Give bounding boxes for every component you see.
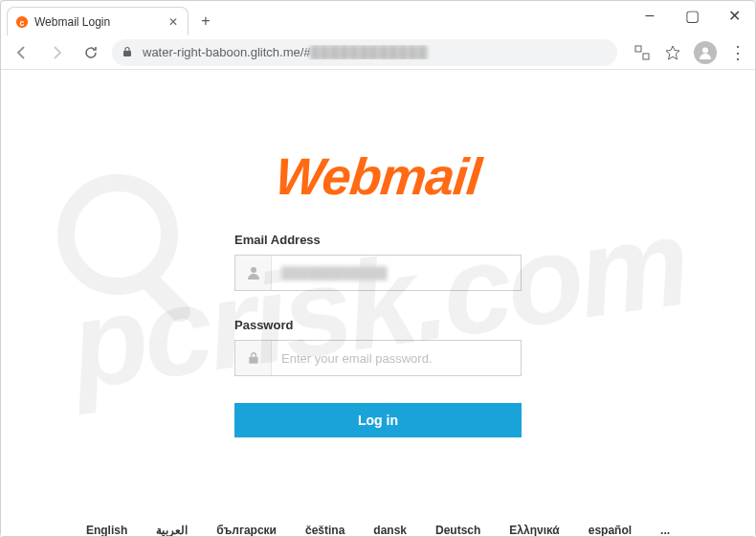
login-form: Webmail Email Address Password	[1, 70, 755, 536]
person-icon	[235, 256, 272, 290]
language-bar: English العربية български čeština dansk …	[1, 524, 755, 536]
lang-option[interactable]: Deutsch	[435, 524, 480, 536]
tabstrip: c Webmail Login ✕ +	[1, 1, 629, 35]
email-input-wrap	[234, 255, 522, 291]
page-content: pcrisk.com Webmail Email Address Passwor…	[1, 70, 755, 536]
email-label: Email Address	[234, 233, 522, 247]
browser-menu-icon[interactable]: ⋮	[728, 43, 747, 62]
svg-point-5	[702, 47, 708, 53]
svg-text:c: c	[20, 17, 25, 27]
lang-option[interactable]: العربية	[156, 524, 188, 536]
webmail-logo: Webmail	[273, 146, 484, 206]
forward-button[interactable]	[43, 39, 70, 66]
lang-option[interactable]: dansk	[373, 524, 407, 536]
maximize-button[interactable]: ▢	[671, 1, 713, 30]
password-label: Password	[234, 318, 522, 332]
svg-rect-3	[635, 46, 641, 52]
password-input-wrap	[234, 340, 522, 376]
toolbar-right: ⋮	[625, 41, 747, 64]
browser-window: c Webmail Login ✕ + – ▢ ✕	[0, 0, 756, 537]
bookmark-star-icon[interactable]	[663, 43, 682, 62]
lang-option[interactable]: Ελληνικά	[509, 524, 559, 536]
url-redacted: ████████████	[311, 45, 429, 59]
svg-rect-4	[643, 54, 649, 59]
tab-close-icon[interactable]: ✕	[167, 15, 180, 29]
new-tab-button[interactable]: +	[194, 10, 217, 33]
tab-title: Webmail Login	[34, 15, 161, 29]
svg-rect-2	[123, 51, 131, 56]
login-button[interactable]: Log in	[234, 403, 522, 437]
window-controls: – ▢ ✕	[629, 1, 755, 30]
url-host: water-right-baboon.glitch.me	[143, 45, 300, 59]
reload-button[interactable]	[78, 39, 104, 66]
lang-option[interactable]: čeština	[305, 524, 345, 536]
lock-icon	[122, 46, 135, 59]
password-input[interactable]	[272, 341, 521, 375]
titlebar: c Webmail Login ✕ + – ▢ ✕	[1, 1, 755, 35]
browser-tab[interactable]: c Webmail Login ✕	[7, 7, 189, 35]
lang-option[interactable]: български	[216, 524, 277, 536]
lock-field-icon	[235, 341, 272, 375]
lang-more[interactable]: ...	[660, 524, 670, 536]
profile-avatar-icon[interactable]	[694, 41, 717, 64]
url-path: /#	[300, 45, 311, 59]
browser-toolbar: water-right-baboon.glitch.me/#██████████…	[1, 35, 755, 70]
svg-rect-9	[249, 357, 257, 364]
close-window-button[interactable]: ✕	[713, 1, 755, 30]
lang-option[interactable]: English	[86, 524, 127, 536]
svg-point-8	[251, 267, 256, 273]
translate-icon[interactable]	[633, 43, 652, 62]
email-input[interactable]	[272, 256, 521, 290]
url-text: water-right-baboon.glitch.me/#██████████…	[143, 45, 608, 59]
minimize-button[interactable]: –	[629, 1, 671, 30]
tab-favicon-icon: c	[15, 15, 29, 29]
lang-option[interactable]: español	[589, 524, 632, 536]
back-button[interactable]	[9, 39, 35, 66]
address-bar[interactable]: water-right-baboon.glitch.me/#██████████…	[112, 39, 617, 66]
email-group: Email Address	[234, 233, 522, 291]
password-group: Password	[234, 318, 522, 376]
